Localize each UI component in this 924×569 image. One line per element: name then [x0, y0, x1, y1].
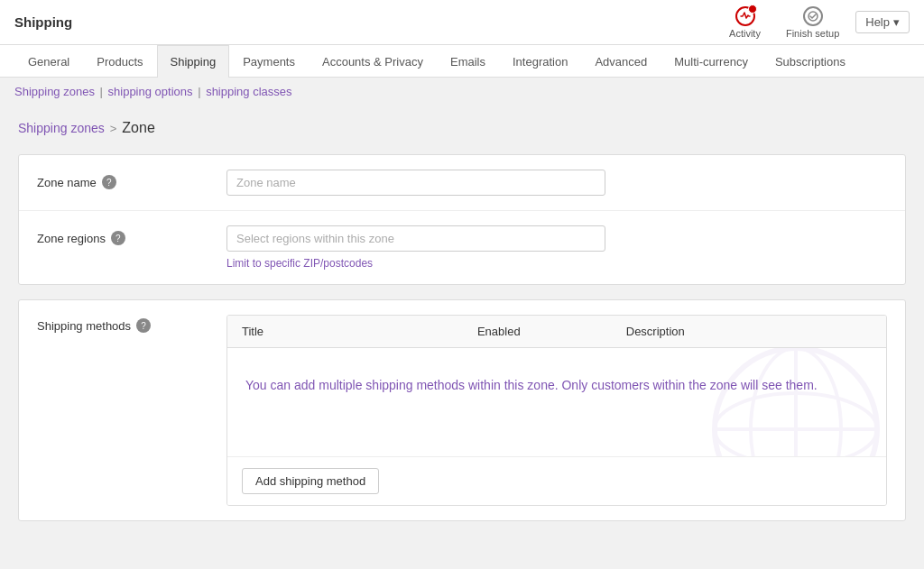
zone-regions-label-col: Zone regions ? [37, 225, 199, 245]
zone-name-row: Zone name ? [19, 155, 905, 211]
zone-name-help-icon[interactable]: ? [102, 175, 116, 189]
tab-advanced[interactable]: Advanced [581, 45, 661, 78]
sub-nav: Shipping zones | shipping options | ship… [0, 78, 924, 106]
finish-setup-icon [803, 6, 823, 26]
app-title: Shipping [14, 14, 72, 30]
subnav-shipping-classes[interactable]: shipping classes [206, 85, 291, 98]
top-bar-actions: Activity Finish setup Help ▾ [720, 3, 910, 42]
col-title: Title [227, 316, 386, 348]
page-footer: Save changes [0, 556, 924, 569]
breadcrumb-current: Zone [122, 120, 154, 136]
methods-table: Title Enabled Description [227, 316, 886, 348]
help-button[interactable]: Help ▾ [855, 11, 910, 33]
globe-watermark-icon [679, 348, 886, 456]
zone-regions-row: Zone regions ? Limit to specific ZIP/pos… [19, 211, 905, 284]
finish-setup-button[interactable]: Finish setup [777, 3, 848, 42]
tab-subscriptions[interactable]: Subscriptions [762, 45, 859, 78]
tabs-container: General Products Shipping Payments Accou… [0, 45, 924, 78]
main-content: Shipping zones > Zone Zone name ? Zone r… [0, 106, 924, 556]
shipping-methods-table-container: Title Enabled Description [226, 315, 887, 506]
tab-payments[interactable]: Payments [229, 45, 309, 78]
zone-form: Zone name ? Zone regions ? Limit to spec… [18, 154, 906, 285]
tab-multi-currency[interactable]: Multi-currency [661, 45, 762, 78]
add-method-row: Add shipping method [227, 456, 886, 505]
breadcrumb: Shipping zones > Zone [18, 120, 906, 136]
zone-name-label-col: Zone name ? [37, 170, 199, 189]
zone-name-control-col [226, 170, 887, 196]
subnav-shipping-options[interactable]: shipping options [108, 85, 193, 98]
tab-emails[interactable]: Emails [437, 45, 499, 78]
col-description: Description [612, 316, 886, 348]
zone-regions-input[interactable] [226, 225, 605, 252]
shipping-methods-label-col: Shipping methods ? [37, 315, 199, 333]
tab-integration[interactable]: Integration [499, 45, 581, 78]
zone-regions-control-col: Limit to specific ZIP/postcodes [226, 225, 887, 270]
breadcrumb-parent[interactable]: Shipping zones [18, 121, 105, 135]
shipping-methods-header: Shipping methods ? Title Enabled Descrip… [19, 300, 905, 520]
methods-empty-state: You can add multiple shipping methods wi… [227, 348, 886, 456]
tabs: General Products Shipping Payments Accou… [14, 45, 910, 77]
tab-products[interactable]: Products [83, 45, 156, 78]
activity-icon [735, 6, 755, 26]
tab-shipping[interactable]: Shipping [157, 45, 230, 78]
subnav-shipping-zones[interactable]: Shipping zones [14, 85, 95, 98]
shipping-methods-help-icon[interactable]: ? [136, 318, 151, 333]
shipping-methods-label: Shipping methods [37, 319, 131, 333]
zone-name-label: Zone name [37, 176, 97, 189]
chevron-down-icon: ▾ [893, 15, 900, 29]
limit-zip-link[interactable]: Limit to specific ZIP/postcodes [226, 257, 887, 270]
add-shipping-method-button[interactable]: Add shipping method [242, 468, 379, 494]
zone-regions-label: Zone regions [37, 232, 106, 245]
zone-regions-help-icon[interactable]: ? [111, 231, 125, 245]
activity-button[interactable]: Activity [720, 3, 770, 42]
top-bar: Shipping Activity Finish setup Help ▾ [0, 0, 924, 45]
shipping-methods-section: Shipping methods ? Title Enabled Descrip… [18, 299, 906, 521]
tab-general[interactable]: General [14, 45, 83, 78]
breadcrumb-separator: > [110, 122, 117, 135]
col-enabled: Enabled [386, 316, 612, 348]
tab-accounts-privacy[interactable]: Accounts & Privacy [309, 45, 437, 78]
empty-state-message: You can add multiple shipping methods wi… [245, 375, 868, 395]
zone-name-input[interactable] [226, 170, 605, 196]
